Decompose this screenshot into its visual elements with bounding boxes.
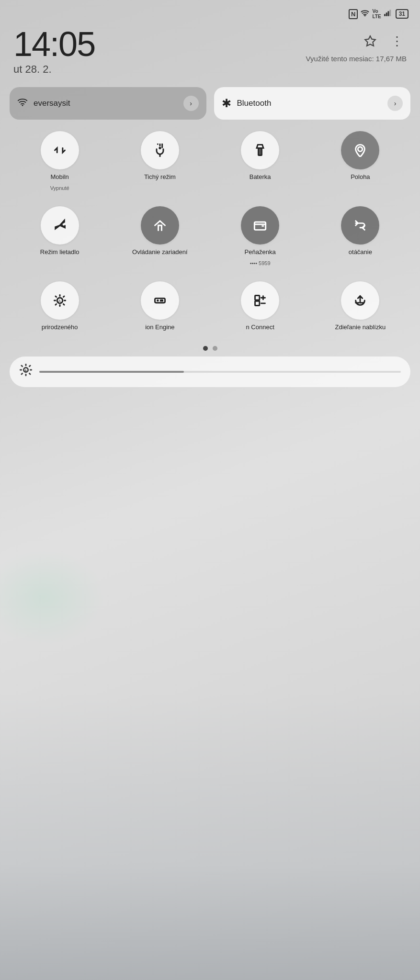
vision-engine-icon <box>141 281 179 320</box>
mobile-data-tile[interactable]: Mobiln Vypnuté <box>10 127 110 195</box>
time-block: 14:05 ut 28. 2. <box>13 27 95 76</box>
bluetooth-tile[interactable]: ✱ Bluetooth › <box>214 87 411 120</box>
bluetooth-icon: ✱ <box>222 97 231 110</box>
svg-point-24 <box>157 299 159 301</box>
wallet-sublabel: •••• 5959 <box>250 260 271 266</box>
wallet-icon <box>241 206 279 245</box>
battery-indicator: 31 <box>396 9 409 19</box>
nearby-share-label: Zdieľanie nablízku <box>335 323 386 332</box>
svg-rect-26 <box>255 295 260 300</box>
settings-button[interactable] <box>361 32 380 51</box>
vision-engine-label: ion Engine <box>145 323 174 332</box>
svg-line-34 <box>29 374 30 375</box>
location-tile[interactable]: Poloha <box>310 127 410 195</box>
nearby-share-tile[interactable]: Zdieľanie nablízku <box>310 278 410 335</box>
wallet-tile[interactable]: Peňaženka •••• 5959 <box>210 202 310 270</box>
svg-point-8 <box>159 147 160 148</box>
smart-home-label: Ovládanie zariadení <box>132 248 188 256</box>
svg-rect-4 <box>389 10 391 16</box>
page-dot-1[interactable] <box>203 346 208 351</box>
natural-light-label: prirodzeného <box>42 323 78 332</box>
airplane-icon <box>41 206 79 245</box>
bottom-gradient <box>0 693 420 980</box>
wifi-icon <box>361 10 369 18</box>
location-icon <box>341 131 379 169</box>
svg-line-38 <box>29 366 30 367</box>
brightness-slider[interactable]: A <box>10 356 410 387</box>
quick-connect-tile[interactable]: n Connect <box>210 278 310 335</box>
header-icons: ⋮ <box>361 32 407 51</box>
svg-text:A: A <box>24 369 27 372</box>
smart-home-icon <box>141 206 179 245</box>
icon-row-2: Režim lietadlo Ovládanie zariadení Peňa <box>10 202 410 270</box>
date-display: ut 28. 2. <box>13 63 95 76</box>
svg-line-37 <box>22 374 23 375</box>
svg-rect-1 <box>384 14 386 16</box>
vision-engine-tile[interactable]: ion Engine <box>110 278 210 335</box>
svg-line-16 <box>56 296 57 297</box>
silent-mode-icon <box>141 131 179 169</box>
svg-line-20 <box>56 304 57 305</box>
mobile-data-sublabel: Vypnuté <box>50 185 69 191</box>
quick-connect-label: n Connect <box>246 323 274 332</box>
svg-point-11 <box>358 147 363 151</box>
airplane-tile[interactable]: Režim lietadlo <box>10 202 110 270</box>
svg-rect-27 <box>255 301 260 305</box>
more-button[interactable]: ⋮ <box>387 32 407 51</box>
wifi-label: eversaysit <box>34 99 178 108</box>
svg-line-21 <box>63 296 64 297</box>
natural-light-icon: A <box>41 281 79 320</box>
rotation-icon <box>341 206 379 245</box>
silent-mode-tile[interactable]: Tichý režim <box>110 127 210 195</box>
svg-rect-25 <box>160 299 163 301</box>
svg-line-17 <box>63 304 64 305</box>
svg-rect-2 <box>386 12 387 16</box>
svg-rect-3 <box>387 11 389 16</box>
nearby-share-icon <box>341 281 379 320</box>
page-dots <box>0 340 420 356</box>
brightness-fill <box>39 371 184 373</box>
rotation-tile[interactable]: otáčanie <box>310 202 410 270</box>
status-bar: N VoLTE 31 <box>0 0 420 23</box>
nfc-icon: N <box>349 9 358 19</box>
mobile-data-icon <box>41 131 79 169</box>
signal-icon <box>384 10 393 18</box>
svg-text:A: A <box>58 299 61 303</box>
bluetooth-label: Bluetooth <box>237 99 382 108</box>
top-row: eversaysit › ✱ Bluetooth › <box>10 87 410 120</box>
wifi-tile[interactable]: eversaysit › <box>10 87 206 120</box>
svg-marker-5 <box>365 36 375 46</box>
svg-point-0 <box>365 15 366 16</box>
svg-point-6 <box>22 105 23 106</box>
time-display: 14:05 <box>13 27 95 61</box>
svg-line-33 <box>22 366 23 367</box>
flashlight-tile[interactable]: Baterka <box>210 127 310 195</box>
quick-connect-icon <box>241 281 279 320</box>
volte-icon: VoLTE <box>372 9 381 19</box>
wifi-chevron[interactable]: › <box>183 96 199 111</box>
mobile-data-label: Mobiln <box>50 173 68 181</box>
page-dot-2[interactable] <box>213 346 217 351</box>
header-right: ⋮ Využité tento mesiac: 17,67 MB <box>306 27 407 63</box>
header: 14:05 ut 28. 2. ⋮ Využité tento mesiac: … <box>0 23 420 78</box>
smart-home-tile[interactable]: Ovládanie zariadení <box>110 202 210 270</box>
lens-flare <box>0 549 105 645</box>
brightness-row: A <box>0 356 420 397</box>
airplane-label: Režim lietadlo <box>40 248 79 256</box>
rotation-label: otáčanie <box>349 248 372 256</box>
bluetooth-chevron[interactable]: › <box>387 96 403 111</box>
quick-tiles: eversaysit › ✱ Bluetooth › Mobiln Vypnut… <box>0 78 420 340</box>
flashlight-label: Baterka <box>250 173 271 181</box>
brightness-track[interactable] <box>39 371 401 373</box>
icon-row-1: Mobiln Vypnuté Tichý režim <box>10 127 410 195</box>
location-label: Poloha <box>351 173 370 181</box>
natural-light-tile[interactable]: A prirodzeného <box>10 278 110 335</box>
status-icons: N VoLTE 31 <box>349 9 409 19</box>
data-usage: Využité tento mesiac: 17,67 MB <box>306 55 407 63</box>
wallet-label: Peňaženka <box>245 248 276 256</box>
flashlight-icon <box>241 131 279 169</box>
brightness-icon: A <box>19 363 33 380</box>
silent-mode-label: Tichý režim <box>144 173 176 181</box>
icon-row-3: A prirodzeného ion Engine <box>10 278 410 335</box>
wifi-tile-icon <box>17 97 28 110</box>
